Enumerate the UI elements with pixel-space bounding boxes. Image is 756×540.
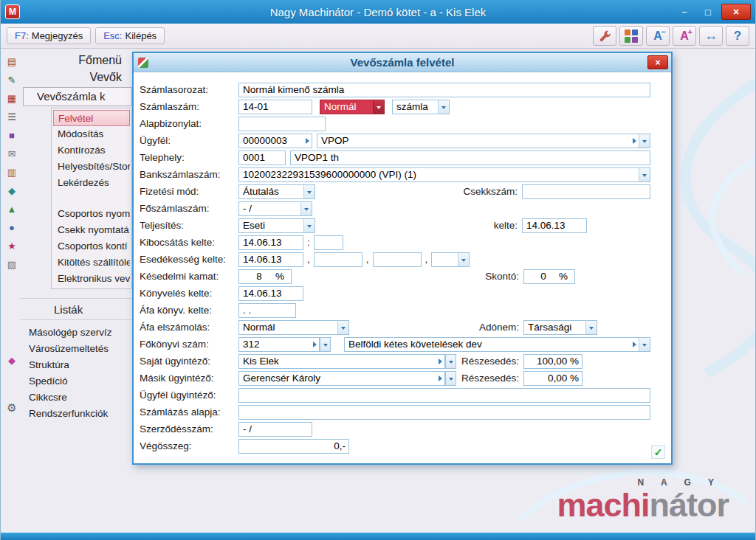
dropdown-icon[interactable] — [585, 321, 597, 334]
settings-wrench-button[interactable] — [593, 26, 616, 46]
sidebar-item-csoportos-nyomtatas[interactable]: Csoportos nyom — [53, 206, 130, 222]
reszesedes2-input[interactable]: 0,00 % — [523, 371, 583, 386]
esedekesseg-datum-input[interactable]: 14.06.13 — [238, 252, 303, 267]
font-increase-button[interactable]: A + — [673, 26, 696, 46]
sajat-ugyintezo-input[interactable]: Kis Elek — [238, 354, 445, 369]
dropdown-icon[interactable] — [337, 321, 348, 334]
ugyfel-ugyintezo-input[interactable] — [238, 388, 650, 403]
konyveles-kelte-input[interactable]: 14.06.13 — [238, 286, 303, 301]
exit-button[interactable]: Esc: Kilépés — [95, 27, 165, 44]
rail-icon[interactable]: ▧ — [4, 259, 20, 270]
dropdown-icon[interactable] — [445, 354, 456, 369]
afa-elszamolas-select[interactable]: Normál — [238, 320, 349, 335]
fokonyvi-megnevezes-input[interactable]: Belföldi kétes követelések dev — [344, 337, 650, 352]
dropdown-icon[interactable] — [300, 202, 312, 215]
kibocsatas-datum-input[interactable]: 14.06.13 — [238, 235, 303, 250]
esedekesseg-input-2[interactable] — [314, 252, 362, 267]
sidebar-item-lekerdezes[interactable]: Lekérdezés — [53, 175, 130, 191]
dropdown-icon[interactable] — [438, 100, 449, 114]
confirm-check-button[interactable]: ✓ — [651, 445, 665, 459]
sidebar-item-masologep-szerviz[interactable]: Másológép szervíz — [20, 325, 132, 341]
telephely-kod-input[interactable]: 0001 — [238, 150, 286, 165]
rail-icon[interactable]: ✉ — [4, 148, 20, 159]
close-button[interactable]: × — [721, 4, 751, 20]
esedekesseg-select[interactable] — [431, 252, 470, 267]
rail-icon[interactable]: ▲ — [4, 204, 20, 215]
sidebar-item-varosuzemeltetes[interactable]: Városüzemeltetés — [20, 341, 132, 357]
minimize-button[interactable]: − — [674, 4, 695, 19]
rail-icon[interactable]: ✎ — [4, 75, 20, 86]
dropdown-icon[interactable] — [639, 338, 650, 351]
sidebar-item-modositas[interactable]: Módosítás — [53, 126, 130, 142]
sidebar-item-vevok[interactable]: Vevők — [20, 69, 128, 86]
dropdown-icon[interactable] — [639, 134, 650, 148]
szamlaszam-input[interactable]: 14-01 — [238, 100, 312, 114]
fizetesi-mod-select[interactable]: Átutalás — [238, 184, 315, 199]
note-button[interactable]: F7: Megjegyzés — [7, 27, 91, 44]
dropdown-icon[interactable] — [373, 100, 384, 114]
sidebar-item-vevoszamla-kezeles[interactable]: Vevőszámla k — [23, 87, 132, 106]
teljesites-select[interactable]: Eseti — [238, 218, 315, 233]
rail-icon[interactable]: ■ — [4, 130, 20, 141]
font-decrease-button[interactable]: A − — [646, 26, 670, 46]
esedekesseg-input-3[interactable] — [373, 252, 422, 267]
dropdown-icon[interactable] — [303, 219, 315, 232]
vegosszeg-input[interactable]: 0,- — [238, 439, 349, 454]
lookup-icon[interactable] — [302, 138, 312, 144]
masik-ugyintezo-input[interactable]: Gerencsér Károly — [238, 371, 445, 386]
sidebar-item-kontirozas[interactable]: Kontírozás — [53, 142, 130, 159]
lookup-icon[interactable] — [435, 375, 444, 381]
kesedelmi-kamat-input[interactable]: 8% — [238, 269, 292, 284]
sidebar-item-cikkcsre[interactable]: Cikkcsre — [20, 390, 132, 406]
rail-icon[interactable]: ☰ — [4, 111, 20, 122]
lookup-icon[interactable] — [435, 359, 444, 364]
lookup-icon[interactable] — [629, 342, 639, 347]
szamla-tipus-select[interactable]: Normál — [320, 100, 385, 114]
sidebar-item-felvetel[interactable]: Felvétel — [53, 110, 130, 126]
sidebar-item-spedicio[interactable]: Spedíció — [20, 373, 132, 390]
lookup-icon[interactable] — [629, 138, 639, 144]
rail-icon[interactable]: ★ — [4, 240, 20, 252]
sidebar-item-helyesbites[interactable]: Helyesbítés/Stor — [53, 159, 130, 175]
dropdown-icon[interactable] — [320, 337, 331, 352]
lookup-icon[interactable] — [309, 342, 319, 347]
rail-icon[interactable]: ▤ — [4, 56, 20, 67]
sidebar-item-csekk-nyomtatas[interactable]: Csekk nyomtatá — [53, 222, 130, 238]
foszamlaszam-select[interactable]: - / — [238, 201, 312, 216]
ugyfel-kod-input[interactable]: 00000003 — [238, 134, 312, 148]
skonto-input[interactable]: 0% — [523, 269, 575, 284]
maximize-button[interactable]: □ — [698, 4, 718, 19]
dropdown-icon[interactable] — [458, 253, 469, 266]
kibocsatas-ido-input[interactable] — [314, 235, 343, 250]
reszesedes1-input[interactable]: 100,00 % — [523, 354, 583, 369]
sidebar-item-fomenu[interactable]: Főmenü — [20, 52, 128, 69]
szerzodesszam-input[interactable]: - / — [238, 422, 312, 437]
dropdown-icon[interactable] — [445, 371, 456, 386]
dialog-close-button[interactable]: × — [647, 55, 668, 69]
telephely-nev-input[interactable]: VPOP1 th — [290, 150, 650, 165]
szamlasorozat-input[interactable]: Normál kimenő számla — [238, 83, 650, 97]
adonem-select[interactable]: Társasági — [523, 320, 597, 335]
rail-icon[interactable]: ● — [4, 222, 20, 233]
ugyfel-nev-input[interactable]: VPOP — [317, 134, 650, 148]
kelte-input[interactable]: 14.06.13 — [522, 218, 587, 233]
sidebar-item-struktura[interactable]: Struktúra — [20, 357, 132, 373]
sidebar-item-kitoltes-szallitolevel[interactable]: Kitöltés szállítóle — [53, 255, 130, 271]
csekkszam-input[interactable] — [522, 184, 650, 199]
sidebar-item-listak[interactable]: Listák — [20, 298, 132, 320]
bankszamlaszam-select[interactable]: 102002322931539600000000 (VPI) (1) — [238, 167, 650, 182]
rail-icon[interactable]: ◆ — [4, 185, 20, 196]
szamla-fajta-select[interactable]: számla — [392, 100, 450, 114]
sidebar-item-csoportos-kontirozas[interactable]: Csoportos kontí — [53, 238, 130, 255]
color-scheme-button[interactable] — [619, 26, 643, 46]
rail-icon[interactable]: ▥ — [4, 167, 20, 178]
afa-konyv-kelte-input[interactable]: . . — [238, 303, 296, 318]
szamlazas-alapja-input[interactable] — [238, 405, 650, 420]
dropdown-icon[interactable] — [303, 185, 315, 198]
rail-icon[interactable]: ▦ — [4, 93, 20, 104]
sidebar-item-rendszerfunkciok[interactable]: Rendszerfunkciók — [20, 406, 132, 422]
fokonyvi-szam-input[interactable]: 312 — [238, 337, 320, 352]
switch-view-button[interactable]: ↔ — [699, 26, 723, 46]
dropdown-icon[interactable] — [639, 168, 650, 181]
sidebar-item-elektronikus-vevoszamla[interactable]: Elektronikus vev — [53, 271, 130, 287]
